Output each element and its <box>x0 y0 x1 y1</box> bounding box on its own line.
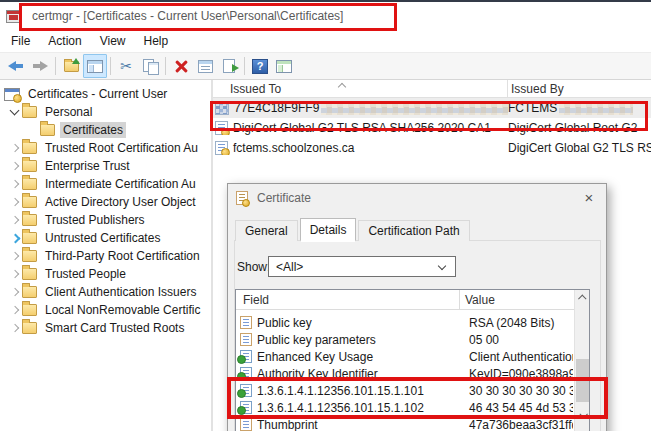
folder-icon <box>22 322 37 334</box>
chevron-right-icon[interactable] <box>8 177 22 191</box>
tree-item-third-party-root[interactable]: Third-Party Root Certification <box>0 247 211 265</box>
issued-by-value: DigiCert Global G2 TLS RSA <box>508 141 651 155</box>
toolbar-separator <box>110 57 111 75</box>
field-row-oid-101[interactable]: 1.3.6.1.4.1.12356.101.15.1.101 30 30 30 … <box>236 382 589 399</box>
toolbar-separator <box>55 57 56 75</box>
tree-item-intermediate[interactable]: Intermediate Certification Au <box>0 175 211 193</box>
help-icon[interactable] <box>248 54 272 78</box>
field-row-public-key-parameters[interactable]: Public key parameters 05 00 <box>236 331 589 348</box>
certificate-icon-redacted <box>215 101 229 115</box>
tree-item-personal[interactable]: Personal <box>0 103 211 121</box>
tree-item-smart-card[interactable]: Smart Card Trusted Roots <box>0 319 211 337</box>
tree-item-enterprise-trust[interactable]: Enterprise Trust <box>0 157 211 175</box>
folder-icon <box>22 286 37 298</box>
redacted-text <box>321 102 508 115</box>
field-document-icon <box>240 333 252 346</box>
issued-to-value: fctems.schoolzones.ca <box>233 141 354 155</box>
field-row-public-key[interactable]: Public key RSA (2048 Bits) <box>236 314 589 331</box>
tree-item-certificates-current-user[interactable]: Certificates - Current User <box>0 85 211 103</box>
chevron-right-icon[interactable] <box>8 195 22 209</box>
folder-icon <box>22 304 37 316</box>
tree-item-active-directory[interactable]: Active Directory User Object <box>0 193 211 211</box>
tree-item-client-auth-issuers[interactable]: Client Authentication Issuers <box>0 283 211 301</box>
show-action-pane-icon[interactable] <box>272 54 296 78</box>
folder-icon <box>22 232 37 244</box>
tree-item-trusted-root[interactable]: Trusted Root Certification Au <box>0 139 211 157</box>
field-row-oid-102[interactable]: 1.3.6.1.4.1.12356.101.15.1.102 46 43 54 … <box>236 399 589 416</box>
back-icon[interactable] <box>4 54 28 78</box>
dialog-title-bar[interactable]: Certificate × <box>228 184 606 211</box>
show-console-tree-icon[interactable] <box>83 54 107 78</box>
tree-item-trusted-people[interactable]: Trusted People <box>0 265 211 283</box>
certificate-dialog: Certificate × General Details Certificat… <box>227 183 607 431</box>
export-list-icon[interactable] <box>217 54 241 78</box>
field-row-authority-key-identifier[interactable]: Authority Key Identifier KeyID=090e3898a… <box>236 365 589 382</box>
tree-item-local-nonremovable[interactable]: Local NonRemovable Certific <box>0 301 211 319</box>
title-bar[interactable]: certmgr - [Certificates - Current User\P… <box>0 2 651 30</box>
cut-icon[interactable] <box>114 54 138 78</box>
field-row-enhanced-key-usage[interactable]: Enhanced Key Usage Client Authentication… <box>236 348 589 365</box>
column-header-field[interactable]: Field <box>236 290 460 309</box>
extension-icon <box>240 401 252 414</box>
chevron-right-icon[interactable] <box>8 285 22 299</box>
toolbar <box>0 52 651 80</box>
field-value-list: Field Value Public key RSA (2048 Bits) P… <box>235 289 590 431</box>
chevron-right-icon[interactable] <box>8 249 22 263</box>
tab-general[interactable]: General <box>235 220 298 241</box>
menu-action[interactable]: Action <box>39 32 90 50</box>
tree-item-untrusted-certificates[interactable]: Untrusted Certificates <box>0 229 211 247</box>
chevron-right-icon[interactable] <box>8 159 22 173</box>
menu-file[interactable]: File <box>2 32 39 50</box>
show-label: Show: <box>237 260 270 274</box>
chevron-down-icon[interactable] <box>8 105 22 119</box>
tab-details[interactable]: Details <box>300 218 357 242</box>
chevron-right-icon[interactable] <box>8 141 22 155</box>
certificate-row-fctems-device[interactable]: 77E4C18F9FF9 FCTEMS <box>213 98 651 118</box>
field-list-header: Field Value <box>236 290 589 310</box>
folder-icon <box>40 124 55 136</box>
chevron-right-icon[interactable] <box>8 267 22 281</box>
tree-item-trusted-publishers[interactable]: Trusted Publishers <box>0 211 211 229</box>
dialog-title: Certificate <box>257 191 311 205</box>
toolbar-separator <box>244 57 245 75</box>
menu-help[interactable]: Help <box>135 32 178 50</box>
extension-icon <box>240 384 252 397</box>
console-tree-pane: Certificates - Current User Personal Cer… <box>0 80 213 431</box>
folder-icon <box>22 250 37 262</box>
column-header-issued-by[interactable]: Issued By <box>508 82 651 96</box>
scrollbar[interactable] <box>574 290 589 431</box>
certificate-row-fctems-schoolzones[interactable]: fctems.schoolzones.ca DigiCert Global G2… <box>213 138 651 158</box>
scroll-down-icon[interactable] <box>575 407 590 423</box>
field-document-icon <box>240 316 252 329</box>
redacted-text <box>559 102 633 115</box>
certmgr-app-icon <box>6 10 22 23</box>
menu-view[interactable]: View <box>91 32 135 50</box>
folder-icon <box>22 142 37 154</box>
chevron-right-icon[interactable] <box>8 321 22 335</box>
chevron-right-icon[interactable] <box>8 213 22 227</box>
certmgr-window: certmgr - [Certificates - Current User\P… <box>0 0 651 431</box>
delete-icon[interactable] <box>169 54 193 78</box>
folder-icon <box>22 214 37 226</box>
forward-icon[interactable] <box>28 54 52 78</box>
up-one-level-icon[interactable] <box>59 54 83 78</box>
show-dropdown[interactable]: <All> <box>268 256 456 277</box>
scrollbar-thumb[interactable] <box>576 359 589 402</box>
menu-bar: File Action View Help <box>0 30 651 52</box>
tab-certification-path[interactable]: Certification Path <box>358 220 469 241</box>
copy-icon[interactable] <box>138 54 162 78</box>
folder-icon <box>22 106 37 118</box>
certificate-row-digicert-intermediate[interactable]: DigiCert Global G2 TLS RSA SHA256 2020 C… <box>213 118 651 138</box>
close-icon[interactable]: × <box>572 184 606 211</box>
properties-icon[interactable] <box>193 54 217 78</box>
column-header-issued-to[interactable]: Issued To <box>213 80 508 97</box>
chevron-right-icon[interactable] <box>8 231 22 245</box>
tree-item-certificates[interactable]: Certificates <box>0 121 211 139</box>
field-row-thumbprint[interactable]: Thumbprint 47a736beaa3cf31ffd. <box>236 416 589 431</box>
chevron-down-icon <box>439 263 446 270</box>
folder-icon <box>22 160 37 172</box>
scroll-up-icon[interactable] <box>575 290 590 306</box>
issued-by-value: DigiCert Global Root G2 <box>508 121 637 135</box>
column-header-value[interactable]: Value <box>460 293 589 307</box>
chevron-right-icon[interactable] <box>8 303 22 317</box>
